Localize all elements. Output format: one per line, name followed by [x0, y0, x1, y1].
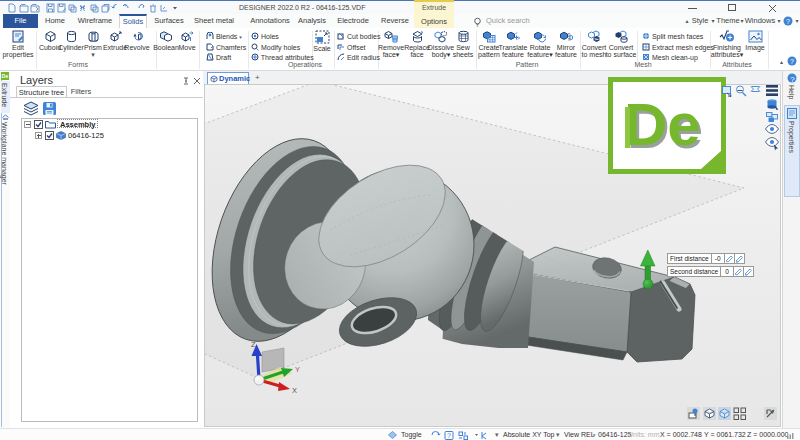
svg-text:?: ? [790, 75, 795, 84]
svg-text:Z: Z [251, 340, 256, 349]
svg-text:?: ? [790, 58, 794, 65]
svg-text:Y: Y [295, 365, 300, 374]
svg-text:?: ? [447, 432, 451, 439]
svg-text:X: X [292, 386, 297, 395]
svg-text:?: ? [786, 18, 790, 25]
